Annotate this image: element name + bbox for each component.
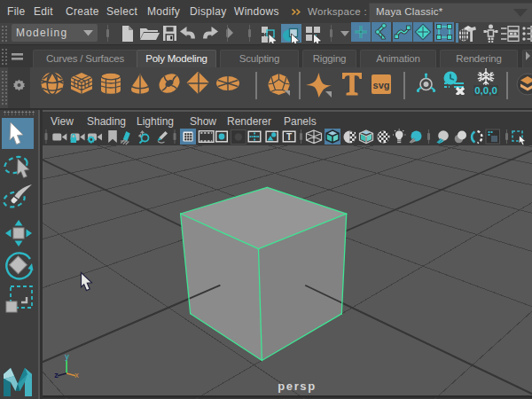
svg-text:z: z — [54, 371, 59, 379]
svg-text:T: T — [286, 132, 292, 142]
svg-text:0,0,0: 0,0,0 — [474, 85, 497, 96]
svg-text:svg: svg — [373, 80, 390, 90]
svg-text:y: y — [65, 352, 69, 361]
svg-text:persp: persp — [278, 379, 316, 393]
svg-text:x: x — [74, 371, 79, 379]
